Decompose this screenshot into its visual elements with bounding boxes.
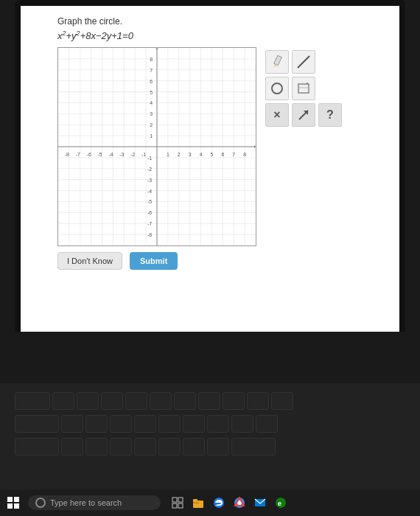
svg-text:-5: -5 xyxy=(97,152,102,157)
svg-text:-7: -7 xyxy=(76,152,80,157)
question-icon: ? xyxy=(326,108,334,122)
key-v[interactable] xyxy=(134,438,156,456)
svg-text:-3: -3 xyxy=(147,178,152,183)
svg-rect-82 xyxy=(178,503,183,508)
keyboard-row-1 xyxy=(15,392,405,410)
key-a[interactable] xyxy=(61,415,83,433)
svg-text:×: × xyxy=(306,81,309,86)
key-shift[interactable] xyxy=(15,438,59,456)
key-q[interactable] xyxy=(52,392,74,410)
key-i[interactable] xyxy=(223,392,245,410)
submit-button[interactable]: Submit xyxy=(130,252,178,270)
svg-text:1: 1 xyxy=(167,152,169,157)
svg-text:-4: -4 xyxy=(147,189,152,194)
key-c[interactable] xyxy=(110,438,132,456)
svg-text:-5: -5 xyxy=(147,200,152,205)
key-m[interactable] xyxy=(207,438,229,456)
main-content: Graph the circle. x2+y2+8x−2y+1=0 xyxy=(21,6,399,277)
svg-text:5: 5 xyxy=(150,90,153,95)
svg-rect-84 xyxy=(193,502,199,503)
search-placeholder: Type here to search xyxy=(50,498,122,507)
key-g[interactable] xyxy=(158,415,181,433)
start-button[interactable] xyxy=(4,494,22,512)
key-l[interactable] xyxy=(256,415,278,433)
edge-icon-2[interactable]: e xyxy=(273,495,289,511)
taskbar-icons: e xyxy=(169,495,289,511)
key-y[interactable] xyxy=(174,392,196,410)
dont-know-button[interactable]: I Don't Know xyxy=(57,252,122,270)
key-k[interactable] xyxy=(231,415,253,433)
edge-browser-button[interactable] xyxy=(211,495,227,511)
svg-text:4: 4 xyxy=(200,152,203,157)
key-caps[interactable] xyxy=(15,415,59,433)
keyboard-row-2 xyxy=(15,415,405,433)
key-x[interactable] xyxy=(85,438,108,456)
taskbar-search[interactable]: Type here to search xyxy=(28,495,161,510)
svg-text:5: 5 xyxy=(211,152,214,157)
svg-rect-70 xyxy=(274,56,282,66)
svg-text:6: 6 xyxy=(150,79,153,84)
screen-content: Graph the circle. x2+y2+8x−2y+1=0 xyxy=(21,6,399,332)
key-h[interactable] xyxy=(183,415,205,433)
key-r[interactable] xyxy=(125,392,147,410)
svg-rect-81 xyxy=(172,503,177,508)
svg-text:e: e xyxy=(278,500,281,507)
svg-text:8: 8 xyxy=(243,152,246,157)
svg-text:7: 7 xyxy=(150,68,153,73)
key-s[interactable] xyxy=(85,415,108,433)
tools-row-3: × ? xyxy=(265,103,342,127)
coordinate-grid: -8 -7 -6 -5 -4 -3 -2 -1 1 2 3 4 5 6 xyxy=(58,48,256,245)
svg-text:1: 1 xyxy=(150,133,153,139)
svg-point-73 xyxy=(272,83,282,94)
svg-text:7: 7 xyxy=(232,152,235,157)
svg-text:-7: -7 xyxy=(147,222,152,227)
graph-container: -8 -7 -6 -5 -4 -3 -2 -1 1 2 3 4 5 6 xyxy=(57,47,385,246)
file-explorer-button[interactable] xyxy=(190,495,206,511)
line-tool-button[interactable] xyxy=(292,50,315,74)
svg-text:2: 2 xyxy=(178,152,181,157)
svg-text:3: 3 xyxy=(189,152,192,157)
graph-area[interactable]: -8 -7 -6 -5 -4 -3 -2 -1 1 2 3 4 5 6 xyxy=(57,47,256,246)
chrome-browser-button[interactable] xyxy=(231,495,248,511)
arrow-tool-button[interactable] xyxy=(292,103,315,127)
key-p[interactable] xyxy=(271,392,293,410)
laptop-frame: Graph the circle. x2+y2+8x−2y+1=0 xyxy=(15,0,405,332)
svg-text:4: 4 xyxy=(150,101,153,106)
svg-text:2: 2 xyxy=(150,123,153,128)
tools-panel: × × xyxy=(262,47,345,130)
help-button[interactable]: ? xyxy=(318,103,342,127)
svg-marker-37 xyxy=(155,48,158,49)
key-f[interactable] xyxy=(134,415,156,433)
svg-text:-8: -8 xyxy=(65,152,69,157)
key-b[interactable] xyxy=(158,438,181,456)
key-z[interactable] xyxy=(61,438,83,456)
key-t[interactable] xyxy=(150,392,172,410)
eraser-tool-button[interactable]: × xyxy=(292,77,315,100)
circle-tool-button[interactable] xyxy=(265,77,289,100)
svg-rect-79 xyxy=(172,498,177,502)
key-d[interactable] xyxy=(110,415,132,433)
key-shift-right[interactable] xyxy=(231,438,276,456)
keyboard-row-3 xyxy=(15,438,405,456)
svg-rect-80 xyxy=(178,498,183,502)
taskbar: Type here to search xyxy=(0,489,420,516)
equation: x2+y2+8x−2y+1=0 xyxy=(57,29,385,41)
windows-icon xyxy=(7,497,19,509)
svg-marker-36 xyxy=(254,145,256,148)
svg-marker-71 xyxy=(273,65,277,69)
key-tab[interactable] xyxy=(15,392,50,410)
svg-rect-83 xyxy=(193,501,203,508)
svg-rect-85 xyxy=(193,499,197,501)
key-o[interactable] xyxy=(247,392,269,410)
key-e[interactable] xyxy=(101,392,123,410)
key-j[interactable] xyxy=(207,415,229,433)
mail-button[interactable] xyxy=(252,495,268,511)
clear-button[interactable]: × xyxy=(265,103,289,127)
pencil-tool-button[interactable] xyxy=(265,50,289,74)
svg-text:-2: -2 xyxy=(130,152,135,157)
key-w[interactable] xyxy=(77,392,99,410)
tools-row-1 xyxy=(265,50,342,74)
key-u[interactable] xyxy=(198,392,220,410)
task-view-button[interactable] xyxy=(169,495,186,511)
key-n[interactable] xyxy=(183,438,205,456)
